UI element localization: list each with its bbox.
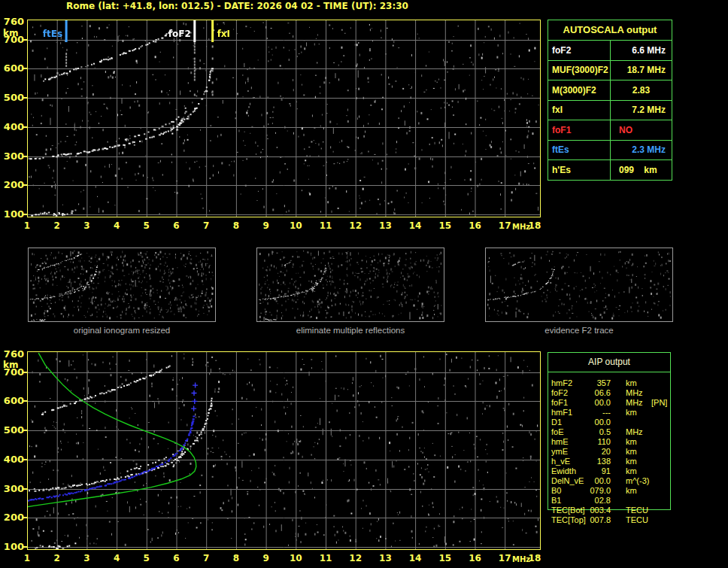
aip-cell-n: foF2	[551, 388, 568, 397]
x-tick-label: 1	[24, 553, 30, 563]
panel-evidence-f2-trace	[485, 248, 673, 322]
aip-cell-v: 06.6	[582, 388, 611, 397]
panel-caption: eliminate multiple reflections	[296, 326, 405, 335]
axis-unit-mhz: MHz	[512, 223, 530, 231]
x-tick-label: 15	[438, 220, 451, 231]
marker-label-fof2: foF2	[168, 29, 191, 39]
aip-row-b1: B102.8	[548, 496, 675, 506]
aip-cell-n: TEC[Top]	[551, 515, 586, 524]
x-tick-label: 17	[499, 220, 511, 231]
aip-cell-v: 003.4	[582, 506, 611, 515]
x-tick-label: 13	[379, 220, 392, 231]
aip-cell-n: B1	[551, 496, 561, 505]
x-tick-label: 16	[469, 553, 481, 563]
y-axis-tick	[23, 97, 27, 99]
x-tick-label: 5	[144, 220, 150, 231]
x-tick-label: 2	[54, 553, 60, 563]
aip-cell-v: 079.0	[582, 486, 611, 495]
y-tick-label: 200	[0, 512, 24, 522]
y-tick-label: 200	[0, 180, 24, 190]
y-tick-label: 600	[0, 63, 24, 73]
autoscala-row-label: M(3000)F2	[548, 80, 611, 100]
autoscala-screen: Rome (lat: +41.8, lon: 012.5) - DATE: 20…	[0, 0, 728, 568]
y-tick-label: 500	[0, 425, 24, 435]
aip-cell-n: DelN_vE	[551, 476, 584, 485]
autoscala-row-value: 18.7 MHz	[611, 61, 672, 80]
autoscala-row-label: MUF(3000)F2	[548, 61, 611, 80]
aip-row-foe: foE0.5MHz	[548, 427, 675, 437]
panel-eliminate-multiple-reflections	[256, 248, 444, 322]
aip-cell-v: 00.0	[582, 398, 611, 407]
autoscala-row-label: foF1	[548, 120, 611, 140]
x-tick-label: 14	[409, 220, 422, 231]
y-tick-label: 500	[0, 93, 24, 102]
x-tick-label: 9	[262, 220, 268, 231]
aip-cell-n: h_vE	[551, 457, 570, 466]
y-axis-tick	[23, 400, 27, 402]
aip-cell-u: MHz	[626, 427, 643, 436]
y-axis-tick	[23, 184, 27, 186]
autoscala-row-value: 7.2 MHz	[611, 101, 672, 120]
aip-row-hmf2: hmF2357km	[548, 378, 675, 388]
y-axis-tick	[23, 459, 27, 460]
aip-cell-u: TECU	[626, 515, 648, 524]
aip-cell-n: foE	[551, 427, 564, 436]
aip-cell-v: 357	[582, 378, 611, 387]
panel-canvas	[486, 248, 672, 321]
x-tick-label: 6	[173, 553, 179, 563]
autoscala-row-m3000f2: M(3000)F22.83	[548, 80, 672, 100]
panel-canvas	[257, 248, 444, 321]
y-tick-label: 760	[0, 349, 24, 359]
x-tick-label: 3	[83, 220, 89, 231]
y-tick-label: 100	[0, 542, 24, 551]
aip-row-hme: hmE110km	[548, 437, 675, 447]
x-tick-label: 5	[144, 553, 150, 563]
axis-unit-km: km	[3, 28, 18, 38]
autoscala-row-value: 2.3 MHz	[611, 141, 672, 160]
aip-cell-n: ymE	[551, 447, 568, 456]
aip-cell-v: 110	[582, 437, 611, 446]
aip-cell-u: MHz	[626, 388, 643, 397]
y-axis-tick	[23, 546, 27, 548]
aip-row-delnve: DelN_vE00.0m^(-3)	[548, 476, 675, 486]
autoscala-row-label: h'Es	[548, 160, 611, 180]
autoscala-output-table: AUTOSCALA output foF26.6 MHzMUF(3000)F21…	[548, 20, 672, 181]
aip-cell-v: 138	[582, 457, 611, 466]
y-axis-tick	[23, 214, 27, 215]
x-tick-label: 8	[233, 220, 239, 231]
x-tick-label: 16	[469, 220, 481, 231]
x-tick-label: 10	[290, 553, 302, 563]
x-tick-label: 2	[54, 220, 60, 231]
aip-cell-u: MHz	[626, 398, 643, 407]
aip-cell-v: 0.5	[582, 427, 611, 436]
y-tick-label: 600	[0, 396, 24, 405]
x-tick-label: 6	[173, 220, 179, 231]
y-axis-tick	[23, 430, 27, 431]
x-tick-label: 10	[290, 220, 302, 231]
autoscala-row-label: foF2	[548, 41, 611, 60]
aip-cell-n: Ewidth	[551, 466, 576, 475]
aip-cell-n: TEC[Bot]	[551, 506, 585, 515]
x-tick-label: 4	[114, 220, 120, 231]
aip-row-tecbot: TEC[Bot]003.4TECU	[548, 506, 675, 515]
autoscala-row-fof1: foF1NO	[548, 120, 672, 140]
station-title: Rome (lat: +41.8, lon: 012.5) - DATE: 20…	[66, 1, 408, 11]
aip-cell-e: [PN]	[651, 398, 667, 407]
y-tick-label: 300	[0, 151, 24, 161]
aip-cell-v: ---	[582, 408, 611, 417]
x-tick-label: 1	[24, 220, 30, 231]
marker-label-ftes: ftEs	[43, 29, 62, 39]
aip-row-hve: h_vE138km	[548, 457, 675, 466]
y-axis-tick	[23, 517, 27, 518]
autoscala-row-label: fxI	[548, 101, 611, 120]
aip-row-hmf1: hmF1---km	[548, 408, 675, 418]
autoscala-table-header: AUTOSCALA output	[548, 20, 672, 40]
y-axis-tick	[23, 156, 27, 157]
autoscala-row-value: 2.83	[611, 80, 672, 100]
aip-cell-u: km	[626, 466, 637, 475]
x-tick-label: 17	[499, 553, 511, 563]
aip-cell-u: km	[626, 457, 637, 466]
autoscala-row-muf3000f2: MUF(3000)F218.7 MHz	[548, 60, 672, 80]
y-axis-tick	[23, 126, 27, 128]
x-tick-label: 12	[349, 220, 362, 231]
